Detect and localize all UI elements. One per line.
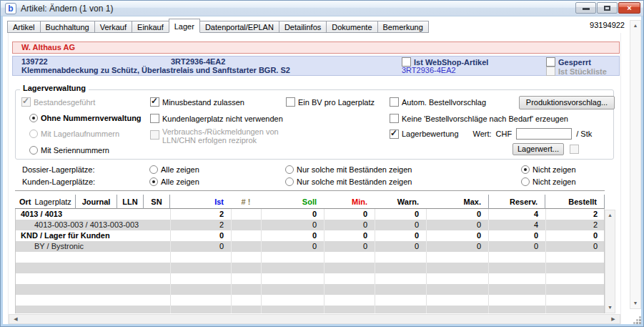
ein-bv-row[interactable]: Ein BV pro Lagerplatz [286,97,375,107]
tab-datenportal-eplan[interactable]: Datenportal/EPLAN [199,21,279,33]
empty-row [16,295,604,306]
dossier-all-radio[interactable] [149,165,158,174]
keine-bestellvorschlaege-label: Keine 'Bestellvorschläge nach Bedarf' er… [402,114,568,123]
record-vertical-scrollbar[interactable]: ▲ ▼ [630,20,641,309]
minusbestand-row[interactable]: Minusbestand zulassen [150,97,244,107]
column-header-journal[interactable]: Journal [76,195,117,209]
empty-row [16,306,604,313]
column-header-soll[interactable]: Soll [261,195,324,209]
wert-label: Wert: [473,130,492,138]
kunden-option-hide[interactable]: Nicht zeigen [521,177,576,186]
kunden-with-stock-radio[interactable] [285,177,294,186]
scroll-right-icon[interactable]: ▶ [608,315,618,323]
dossier-option-all[interactable]: Alle zeigen [149,165,199,174]
horizontal-scrollbar[interactable]: ◀ ▶ [9,314,620,324]
lagerbewertung-label: Lagerbewertung [402,130,459,138]
table-row[interactable]: KND / Lager für Kunden 0 0 0 0 0 0 0 [16,230,604,241]
tab-lager[interactable]: Lager [169,19,200,33]
column-header-lln[interactable]: LLN [117,195,144,209]
locked-checkbox[interactable] [546,57,555,67]
tab-dokumente[interactable]: Dokumente [326,21,377,33]
scroll-up-icon[interactable]: ▲ [605,210,615,220]
assembly-checkbox-row: Ist Stückliste [546,67,607,76]
verbrauchs-label-line1: Verbrauchs-/Rückmeldungen von [162,127,279,136]
kunden-option-all[interactable]: Alle zeigen [149,177,199,186]
scroll-down-icon[interactable]: ▼ [630,298,640,308]
ein-bv-checkbox[interactable] [286,97,295,107]
resize-grip-icon[interactable] [639,322,641,324]
column-header-min[interactable]: Min. [324,195,375,209]
scroll-left-icon[interactable]: ◀ [11,315,21,323]
maximize-icon [604,6,610,11]
tab-artikel[interactable]: Artikel [7,21,41,33]
app-icon: b [5,3,16,14]
tab-detailinfos[interactable]: Detailinfos [279,21,327,33]
kunden-hide-radio[interactable] [521,177,530,186]
empty-row [16,284,604,295]
kunden-filter-row: Kunden-Lagerplätze: Alle zeigen Nur solc… [1,177,643,187]
table-row[interactable]: 4013 / 4013 2 0 0 0 0 4 2 [16,209,604,220]
minusbestand-checkbox[interactable] [150,97,159,107]
empty-row [16,252,604,263]
kundenlagerplatz-checkbox[interactable] [150,114,159,123]
close-button[interactable]: × [618,2,640,14]
ohne-nummernverwaltung-row[interactable]: Ohne Nummernverwaltung [29,114,142,122]
autom-bestellvorschlag-label: Autom. Bestellvorschlag [402,98,486,107]
dossier-option-hide[interactable]: Nicht zeigen [521,165,576,174]
produktionsvorschlag-button[interactable]: Produktionsvorschlag... [519,96,615,109]
column-header-warn[interactable]: Warn. [375,195,426,209]
bestandesgefuehrt-label: Bestandesgeführt [34,98,95,107]
mit-seriennummern-row[interactable]: Mit Seriennummern [29,146,109,155]
article-type-code: 3RT2936-4EA2 [171,57,225,66]
ein-bv-label: Ein BV pro Lagerplatz [298,98,375,107]
scroll-up-icon[interactable]: ▲ [630,21,640,31]
column-header-ort-lagerplatz[interactable]: OrtLagerplatz [15,195,76,209]
tab-bemerkung[interactable]: Bemerkung [377,21,429,33]
tab-buchhaltung[interactable]: Buchhaltung [40,21,95,33]
application-window: b Artikel: Ändern (1 von 1) × Artikel Bu… [0,0,644,327]
tab-verkauf[interactable]: Verkauf [94,21,132,33]
kunden-option-with-stock[interactable]: Nur solche mit Beständen zeigen [285,177,412,186]
column-header-reserv[interactable]: Reserv. [488,195,545,209]
mit-seriennummern-label: Mit Seriennummern [41,146,109,155]
keine-bestellvorschlaege-checkbox[interactable] [390,114,399,123]
column-header-bestellt[interactable]: Bestellt [545,195,605,209]
empty-row [16,263,604,273]
locked-checkbox-row[interactable]: Gesperrt [546,57,591,67]
autom-bestellvorschlag-row[interactable]: Autom. Bestellvorschlag [390,97,486,107]
lagerbewertung-checkbox-row[interactable]: Lagerbewertung [390,130,459,139]
table-row[interactable]: BY / Bystronic 0 0 0 0 0 0 0 [16,241,604,252]
kundenlagerplatz-row[interactable]: Kundenlagerplatz nicht verwenden [150,114,283,123]
column-header-sn[interactable]: SN [144,195,170,209]
tab-einkauf[interactable]: Einkauf [132,21,169,33]
minimize-button[interactable] [575,2,596,14]
wert-input[interactable] [516,128,572,140]
kunden-all-radio[interactable] [149,177,158,186]
article-type-link[interactable]: 3RT2936-4EA2 [402,66,456,74]
dossier-option-with-stock[interactable]: Nur solche mit Beständen zeigen [285,165,412,174]
mit-seriennummern-radio[interactable] [29,146,38,155]
column-header-ist[interactable]: Ist [170,195,231,209]
verbrauchs-label: Verbrauchs-/Rückmeldungen von LLN/CHN er… [162,127,279,145]
assembly-label: Ist Stückliste [558,67,607,76]
column-header-max[interactable]: Max. [426,195,488,209]
article-header-box: 139722 3RT2936-4EA2 Klemmenabdeckung zu … [12,56,620,76]
column-header-diff[interactable]: # ! [231,195,261,209]
title-bar[interactable]: b Artikel: Ändern (1 von 1) × [1,1,643,16]
lagerverwaltung-groupbox: Lagerverwaltung Bestandesgeführt Ohne Nu… [15,89,614,160]
assembly-checkbox [546,67,555,76]
lagerwert-button[interactable]: Lagerwert... [512,143,564,155]
keine-bestellvorschlaege-row[interactable]: Keine 'Bestellvorschläge nach Bedarf' er… [390,114,568,123]
ohne-nummernverwaltung-radio[interactable] [29,114,38,122]
table-vertical-scrollbar[interactable]: ▲ ▼ [605,210,615,313]
scroll-down-icon[interactable]: ▼ [605,303,615,313]
dossier-label: Dossier-Lagerplätze: [22,165,95,174]
autom-bestellvorschlag-checkbox[interactable] [390,97,399,107]
kunden-label: Kunden-Lagerplätze: [22,177,95,186]
dossier-hide-radio[interactable] [521,165,530,174]
dossier-with-stock-radio[interactable] [285,165,294,174]
table-row[interactable]: 4013-003-003 / 4013-003-003 2 0 0 0 0 4 … [16,220,604,230]
minusbestand-label: Minusbestand zulassen [162,98,244,107]
lagerbewertung-checkbox[interactable] [390,130,399,139]
maximize-button[interactable] [597,2,618,14]
